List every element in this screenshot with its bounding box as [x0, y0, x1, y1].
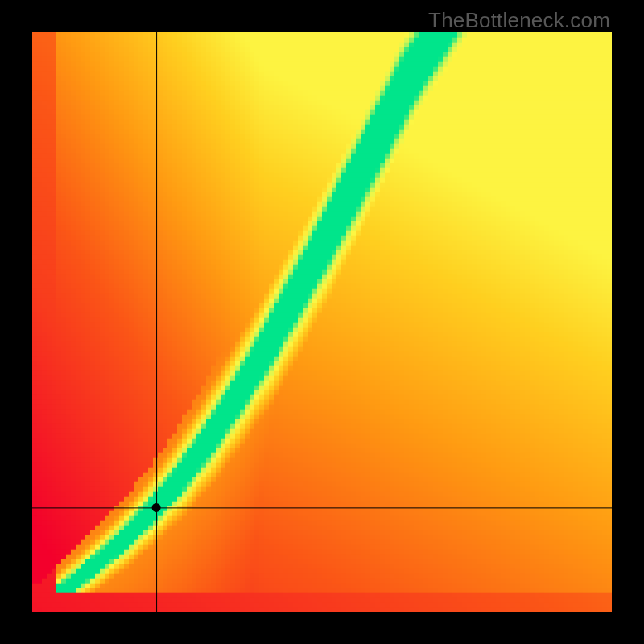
watermark-label: TheBottleneck.com	[428, 8, 610, 33]
plot-area	[32, 32, 612, 612]
heatmap-canvas	[32, 32, 612, 612]
chart-frame: TheBottleneck.com	[0, 0, 644, 644]
